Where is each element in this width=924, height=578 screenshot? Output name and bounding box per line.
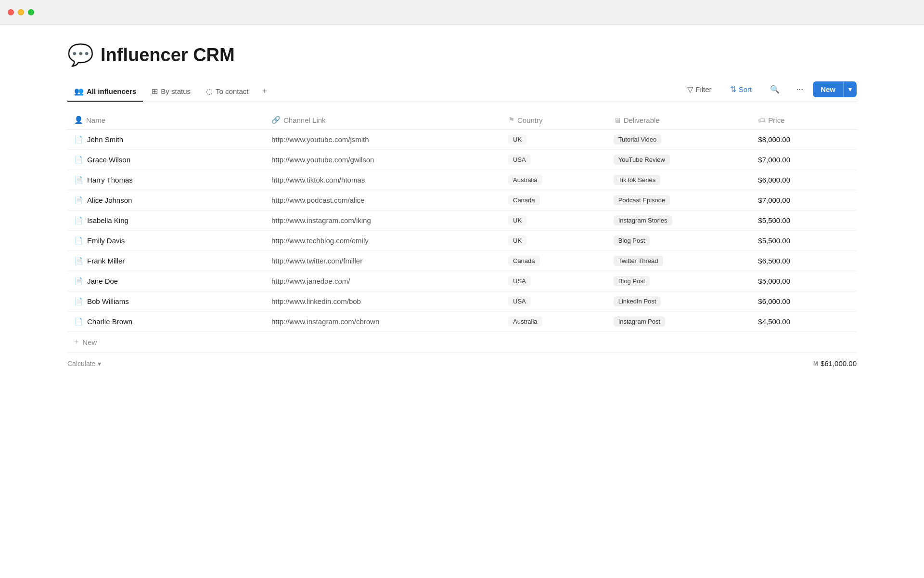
new-record-button[interactable]: New ▾ — [813, 81, 857, 97]
cell-link-2[interactable]: http://www.tiktok.com/htomas — [265, 170, 501, 190]
titlebar — [0, 0, 924, 25]
page-header: 💬 Influencer CRM — [67, 44, 857, 66]
table-row[interactable]: 📄 Frank Miller http://www.twitter.com/fm… — [67, 251, 857, 271]
add-new-row-button[interactable]: + New — [67, 332, 857, 353]
cell-name-4[interactable]: 📄 Isabella King — [67, 210, 265, 231]
cell-link-9[interactable]: http://www.instagram.com/cbrown — [265, 312, 501, 332]
cell-name-9[interactable]: 📄 Charlie Brown — [67, 312, 265, 332]
cell-name-1[interactable]: 📄 Grace Wilson — [67, 150, 265, 170]
table-row[interactable]: 📄 Emily Davis http://www.techblog.com/em… — [67, 231, 857, 251]
minimize-button[interactable] — [18, 9, 24, 15]
cell-deliverable-0[interactable]: Tutorial Video — [607, 130, 752, 150]
search-button[interactable]: 🔍 — [763, 81, 786, 97]
cell-deliverable-3[interactable]: Podcast Episode — [607, 190, 752, 210]
cell-price-9: $4,500.00 — [751, 312, 857, 332]
price-value: $5,500.00 — [758, 236, 790, 245]
cell-country-3[interactable]: Canada — [501, 190, 607, 210]
cell-link-7[interactable]: http://www.janedoe.com/ — [265, 271, 501, 291]
price-value: $6,000.00 — [758, 297, 790, 305]
cell-country-2[interactable]: Australia — [501, 170, 607, 190]
sort-icon: ⇅ — [730, 85, 736, 94]
tab-all-influencers[interactable]: 👥 All influencers — [67, 82, 143, 102]
deliverable-tag: YouTube Review — [614, 155, 670, 165]
cell-country-8[interactable]: USA — [501, 291, 607, 312]
sort-label: Sort — [739, 85, 752, 93]
tab-by-status[interactable]: ⊞ By status — [145, 82, 197, 102]
cell-deliverable-1[interactable]: YouTube Review — [607, 150, 752, 170]
cell-name-5[interactable]: 📄 Emily Davis — [67, 231, 265, 251]
cell-deliverable-7[interactable]: Blog Post — [607, 271, 752, 291]
table-row[interactable]: 📄 Charlie Brown http://www.instagram.com… — [67, 312, 857, 332]
cell-link-6[interactable]: http://www.twitter.com/fmiller — [265, 251, 501, 271]
cell-name-8[interactable]: 📄 Bob Williams — [67, 291, 265, 312]
cell-country-1[interactable]: USA — [501, 150, 607, 170]
cell-name-6[interactable]: 📄 Frank Miller — [67, 251, 265, 271]
row-doc-icon: 📄 — [74, 135, 83, 144]
cell-name-0[interactable]: 📄 John Smith — [67, 130, 265, 150]
deliverable-tag: Blog Post — [614, 276, 650, 286]
cell-country-0[interactable]: UK — [501, 130, 607, 150]
to-contact-icon: ◌ — [206, 87, 213, 96]
table-row[interactable]: 📄 John Smith http://www.youtube.com/jsmi… — [67, 130, 857, 150]
cell-country-5[interactable]: UK — [501, 231, 607, 251]
cell-deliverable-8[interactable]: LinkedIn Post — [607, 291, 752, 312]
cell-country-7[interactable]: USA — [501, 271, 607, 291]
deliverable-tag: LinkedIn Post — [614, 296, 661, 306]
cell-name-2[interactable]: 📄 Harry Thomas — [67, 170, 265, 190]
cell-link-8[interactable]: http://www.linkedin.com/bob — [265, 291, 501, 312]
cell-country-9[interactable]: Australia — [501, 312, 607, 332]
table-row[interactable]: 📄 Harry Thomas http://www.tiktok.com/hto… — [67, 170, 857, 190]
country-tag: UK — [508, 236, 526, 246]
sort-button[interactable]: ⇅ Sort — [723, 81, 759, 97]
more-options-button[interactable]: ··· — [791, 81, 808, 98]
cell-price-8: $6,000.00 — [751, 291, 857, 312]
table-row[interactable]: 📄 Isabella King http://www.instagram.com… — [67, 210, 857, 231]
total-amount: M $61,000.00 — [813, 359, 857, 368]
cell-link-4[interactable]: http://www.instagram.com/iking — [265, 210, 501, 231]
cell-name-7[interactable]: 📄 Jane Doe — [67, 271, 265, 291]
table-row[interactable]: 📄 Grace Wilson http://www.youtube.com/gw… — [67, 150, 857, 170]
country-tag: UK — [508, 215, 526, 225]
fullscreen-button[interactable] — [28, 9, 34, 15]
cell-deliverable-4[interactable]: Instagram Stories — [607, 210, 752, 231]
cell-country-6[interactable]: Canada — [501, 251, 607, 271]
filter-button[interactable]: ▽ Filter — [680, 81, 718, 97]
cell-link-5[interactable]: http://www.techblog.com/emily — [265, 231, 501, 251]
cell-link-0[interactable]: http://www.youtube.com/jsmith — [265, 130, 501, 150]
tabs-row: 👥 All influencers ⊞ By status ◌ To conta… — [67, 81, 857, 102]
cell-deliverable-5[interactable]: Blog Post — [607, 231, 752, 251]
cell-deliverable-6[interactable]: Twitter Thread — [607, 251, 752, 271]
new-dropdown-arrow[interactable]: ▾ — [843, 82, 857, 97]
new-label: New — [813, 81, 843, 97]
close-button[interactable] — [8, 9, 14, 15]
cell-deliverable-2[interactable]: TikTok Series — [607, 170, 752, 190]
country-col-icon: ⚑ — [508, 116, 514, 124]
add-row-plus-icon: + — [74, 338, 78, 346]
country-tag: UK — [508, 134, 526, 144]
deliverable-tag: Instagram Stories — [614, 215, 672, 225]
table-row[interactable]: 📄 Jane Doe http://www.janedoe.com/ USA B… — [67, 271, 857, 291]
link-col-icon: 🔗 — [271, 116, 281, 124]
cell-price-2: $6,000.00 — [751, 170, 857, 190]
add-tab-button[interactable]: + — [257, 82, 272, 100]
tab-to-contact[interactable]: ◌ To contact — [199, 82, 255, 102]
name-value: Emily Davis — [87, 236, 125, 245]
row-doc-icon: 📄 — [74, 176, 83, 184]
row-doc-icon: 📄 — [74, 236, 83, 245]
tab-all-influencers-label: All influencers — [87, 87, 136, 95]
table-row[interactable]: 📄 Bob Williams http://www.linkedin.com/b… — [67, 291, 857, 312]
name-value: Bob Williams — [87, 297, 129, 305]
price-value: $6,000.00 — [758, 176, 790, 184]
cell-deliverable-9[interactable]: Instagram Post — [607, 312, 752, 332]
deliverable-col-label: Deliverable — [624, 116, 660, 124]
calculate-button[interactable]: Calculate ▾ — [67, 360, 101, 368]
price-value: $7,000.00 — [758, 196, 790, 204]
row-doc-icon: 📄 — [74, 216, 83, 225]
cell-link-3[interactable]: http://www.podcast.com/alice — [265, 190, 501, 210]
table-row[interactable]: 📄 Alice Johnson http://www.podcast.com/a… — [67, 190, 857, 210]
deliverable-tag: Podcast Episode — [614, 195, 670, 205]
cell-link-1[interactable]: http://www.youtube.com/gwilson — [265, 150, 501, 170]
deliverable-tag: Instagram Post — [614, 316, 665, 327]
cell-name-3[interactable]: 📄 Alice Johnson — [67, 190, 265, 210]
cell-country-4[interactable]: UK — [501, 210, 607, 231]
